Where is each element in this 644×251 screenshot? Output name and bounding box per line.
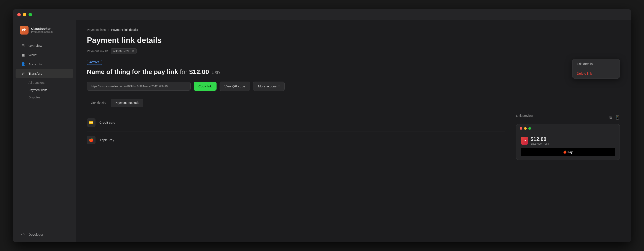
breadcrumb: Payment links › Payment link details [87,28,620,31]
account-logo: cb [20,26,28,34]
preview-dot-yellow [524,127,527,130]
preview-merchant-name: East River Yoga [530,142,549,145]
credit-card-icon: 💳 [87,118,96,127]
app-layout: cb Classbooker Production account ⌄ ⊞ Ov… [13,20,631,242]
account-name: Classbooker [31,27,64,30]
preview-card: ↗ $12.00 East River Yoga 🍎 Pay [516,124,620,160]
sidebar-item-overview[interactable]: ⊞ Overview [16,41,73,50]
tab-payment-methods[interactable]: Payment methods [111,99,143,107]
sidebar-item-developer[interactable]: </> Developer [16,230,73,239]
tab-link-details[interactable]: Link details [87,99,110,107]
breadcrumb-separator: › [108,28,109,31]
dropdown-delete-link[interactable]: Delete link [572,69,620,78]
sidebar-item-transfers-label: Transfers [28,72,42,75]
payment-link-id-value: AD086...739E [113,49,130,53]
chevron-down-icon: ▾ [278,85,280,88]
dropdown-edit-details[interactable]: Edit details [572,59,620,69]
url-row: https://www.moov-link.com/sdf23ldxc1-324… [87,82,620,91]
sidebar-item-accounts-label: Accounts [28,62,42,66]
apple-pay-icon: 🍎 [87,136,96,144]
overview-icon: ⊞ [21,43,26,48]
sidebar-item-overview-label: Overview [28,44,42,47]
account-switcher[interactable]: cb Classbooker Production account ⌄ [16,24,73,37]
apple-pay-logo: 🍎 Pay [563,150,573,154]
transfers-sub-nav: All transfers Payment links Disputes [13,79,76,101]
breadcrumb-current: Payment link details [111,28,138,31]
payment-link-id-badge: AD086...739E ⧉ [111,48,136,54]
payment-link-url: https://www.moov-link.com/sdf23ldxc1-324… [87,82,190,91]
device-toggle: 🖥 📱 [608,115,620,120]
link-preview: Link preview 🖥 📱 [516,114,620,160]
account-type: Production account [31,30,64,33]
preview-merchant-logo: ↗ [520,137,528,145]
developer-icon: </> [21,233,26,236]
status-badge: ACTIVE [87,60,102,65]
payment-link-currency: USD [212,71,220,75]
preview-merchant: ↗ $12.00 East River Yoga [520,136,615,145]
payment-method-credit-card-label: Credit card [100,121,115,124]
preview-dots [516,124,620,133]
page-title: Payment link details [87,36,620,45]
title-bar [13,9,631,20]
more-actions-dropdown: Edit details Delete link [572,59,620,79]
mobile-preview-button[interactable]: 📱 [615,115,620,120]
view-qr-code-button[interactable]: View QR code [220,82,250,91]
preview-dot-red [520,127,522,130]
payment-method-credit-card: 💳 Credit card [87,114,505,131]
transfers-icon: ⇄ [21,71,26,76]
sidebar-item-payment-links[interactable]: Payment links [16,86,73,94]
payment-link-name: Name of thing for the pay link [87,68,178,75]
preview-amount: $12.00 [530,136,549,142]
payment-link-title: Name of thing for the pay link for $12.0… [87,68,620,75]
main-content: Payment links › Payment link details Pay… [76,20,631,242]
traffic-lights [17,13,32,16]
accounts-icon: 👤 [21,62,26,66]
sidebar: cb Classbooker Production account ⌄ ⊞ Ov… [13,20,76,242]
more-actions-button[interactable]: More actions ▾ [253,82,284,91]
payment-methods-list: 💳 Credit card 🍎 Apple Pay [87,114,505,160]
close-button[interactable] [17,13,21,16]
payment-link-id-label: Payment link ID [87,49,108,53]
breadcrumb-payment-links[interactable]: Payment links [87,28,106,31]
link-preview-label: Link preview [516,114,533,117]
payment-method-apple-pay: 🍎 Apple Pay [87,131,505,149]
payment-method-apple-pay-label: Apple Pay [100,138,114,142]
desktop-preview-button[interactable]: 🖥 [608,115,612,120]
sidebar-item-developer-label: Developer [28,233,43,236]
sidebar-item-transfers[interactable]: ⇄ Transfers [16,69,73,78]
sidebar-item-wallet-label: Wallet [28,53,38,57]
chevron-down-icon: ⌄ [66,28,69,32]
preview-merchant-info: $12.00 East River Yoga [530,136,549,145]
content-area: 💳 Credit card 🍎 Apple Pay Link preview 🖥 [87,114,620,160]
copy-link-button[interactable]: Copy link [194,82,216,91]
sidebar-item-all-transfers[interactable]: All transfers [16,79,73,86]
apple-pay-button-preview[interactable]: 🍎 Pay [520,148,615,156]
payment-link-price: $12.00 [189,68,209,75]
account-info: Classbooker Production account [31,27,64,33]
sidebar-item-wallet[interactable]: ▣ Wallet [16,50,73,60]
tabs-row: Link details Payment methods [87,99,620,107]
maximize-button[interactable] [28,13,32,16]
minimize-button[interactable] [23,13,26,16]
sidebar-item-accounts[interactable]: 👤 Accounts [16,60,73,69]
app-window: cb Classbooker Production account ⌄ ⊞ Ov… [13,9,631,242]
sidebar-item-disputes[interactable]: Disputes [16,94,73,101]
preview-content: ↗ $12.00 East River Yoga 🍎 Pay [516,133,620,160]
wallet-icon: ▣ [21,53,26,57]
payment-link-id-row: Payment link ID AD086...739E ⧉ [87,48,620,54]
for-text: for [180,68,189,75]
preview-dot-green [528,127,531,130]
copy-id-icon[interactable]: ⧉ [132,49,134,53]
